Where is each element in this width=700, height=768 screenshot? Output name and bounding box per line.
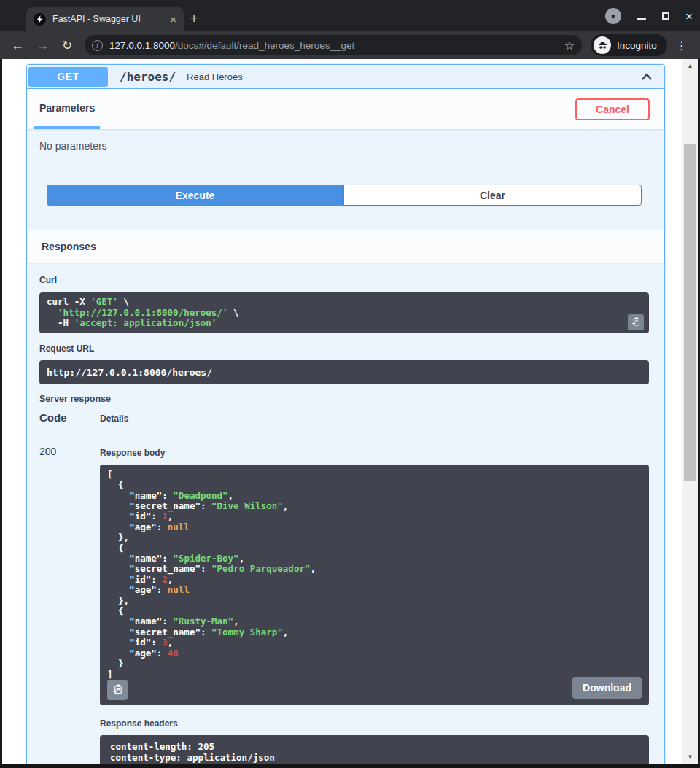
- body-actions: Download: [572, 677, 642, 699]
- endpoint-path: /heroes/: [120, 70, 176, 84]
- server-response-label: Server response: [39, 394, 649, 404]
- back-button[interactable]: ←: [9, 38, 26, 53]
- copy-curl-button[interactable]: [628, 314, 644, 330]
- response-body-label: Response body: [100, 448, 165, 458]
- reload-button[interactable]: ↻: [58, 38, 76, 53]
- bookmark-star-icon[interactable]: ☆: [564, 39, 575, 53]
- request-url-value: http://127.0.0.1:8000/heroes/: [47, 367, 212, 378]
- url-path: /docs#/default/read_heroes_heroes__get: [175, 40, 354, 51]
- curl-label: Curl: [39, 275, 57, 285]
- tab-bar: FastAPI - Swagger UI × + ▾ ×: [0, 0, 700, 31]
- parameters-header: Parameters Cancel: [27, 89, 664, 129]
- code-column-header: Code: [39, 411, 100, 424]
- window-close-button[interactable]: ×: [685, 10, 693, 23]
- collapse-chevron-icon[interactable]: [639, 70, 654, 83]
- scrollbar-thumb[interactable]: [684, 144, 696, 481]
- swagger-page: GET /heroes/ Read Heroes Parameters Canc…: [2, 59, 682, 764]
- url-host: 127.0.0.1:8000: [109, 40, 175, 51]
- server-response-table: Code Details 200 Response body [ { "name…: [39, 411, 649, 764]
- new-tab-button[interactable]: +: [190, 7, 198, 29]
- profile-chevron-icon[interactable]: ▾: [605, 8, 621, 24]
- method-badge: GET: [28, 67, 108, 87]
- response-details-cell: Response body [ { "name": "Deadpond", "s…: [100, 446, 649, 764]
- browser-menu-icon[interactable]: ⋮: [676, 39, 688, 53]
- opblock-get-heroes: GET /heroes/ Read Heroes Parameters Canc…: [26, 64, 665, 764]
- page-scrollbar[interactable]: ▲ ▼: [682, 59, 698, 764]
- download-button[interactable]: Download: [572, 677, 642, 699]
- browser-tab[interactable]: FastAPI - Swagger UI ×: [26, 7, 184, 31]
- no-parameters-text: No parameters: [39, 140, 642, 152]
- parameters-body: No parameters Execute Clear: [27, 129, 664, 230]
- window-border-left: [0, 59, 2, 768]
- execute-row: Execute Clear: [47, 185, 642, 206]
- curl-code-block: curl -X 'GET' \ 'http://127.0.0.1:8000/h…: [39, 292, 649, 333]
- response-headers-block: content-length: 205content-type: applica…: [100, 735, 649, 764]
- parameters-label: Parameters: [39, 102, 95, 114]
- response-body-block: [ { "name": "Deadpond", "secret_name": "…: [100, 465, 649, 705]
- responses-header: Responses: [27, 230, 664, 263]
- tab-close-icon[interactable]: ×: [170, 13, 176, 26]
- tab-parameters[interactable]: Parameters: [34, 89, 100, 129]
- maximize-button[interactable]: [662, 12, 669, 20]
- scroll-down-icon[interactable]: ▼: [682, 753, 698, 760]
- window-border-bottom: [0, 764, 700, 768]
- forward-button[interactable]: →: [34, 38, 51, 53]
- status-code: 200: [39, 446, 100, 764]
- incognito-label: Incognito: [617, 40, 657, 51]
- endpoint-summary: Read Heroes: [187, 71, 639, 82]
- scroll-up-icon[interactable]: ▲: [682, 63, 698, 69]
- opblock-header[interactable]: GET /heroes/ Read Heroes: [27, 65, 664, 89]
- clear-button[interactable]: Clear: [343, 185, 642, 206]
- responses-body: Curl curl -X 'GET' \ 'http://127.0.0.1:8…: [27, 263, 664, 764]
- copy-response-button[interactable]: [107, 680, 128, 700]
- cancel-button[interactable]: Cancel: [575, 98, 650, 120]
- request-url-label: Request URL: [39, 344, 649, 354]
- request-url-block: http://127.0.0.1:8000/heroes/: [39, 360, 649, 384]
- incognito-icon: [594, 36, 611, 54]
- response-headers-label: Response headers: [100, 718, 649, 729]
- execute-button[interactable]: Execute: [47, 185, 343, 206]
- table-row: 200 Response body [ { "name": "Deadpond"…: [39, 433, 649, 764]
- incognito-badge: Incognito: [591, 34, 667, 56]
- browser-window: FastAPI - Swagger UI × + ▾ × ← → ↻ i 127…: [0, 0, 700, 768]
- details-column-header: Details: [100, 414, 128, 424]
- minimize-button[interactable]: [637, 18, 646, 20]
- address-bar[interactable]: i 127.0.0.1:8000/docs#/default/read_hero…: [85, 35, 582, 55]
- fastapi-favicon-icon: [34, 13, 46, 26]
- tab-title: FastAPI - Swagger UI: [52, 14, 164, 24]
- site-info-icon[interactable]: i: [92, 40, 103, 51]
- table-header-row: Code Details: [39, 411, 649, 433]
- browser-toolbar: ← → ↻ i 127.0.0.1:8000/docs#/default/rea…: [0, 31, 700, 59]
- window-controls: ▾ ×: [605, 8, 693, 24]
- url-text: 127.0.0.1:8000/docs#/default/read_heroes…: [109, 40, 560, 51]
- responses-title: Responses: [42, 241, 96, 252]
